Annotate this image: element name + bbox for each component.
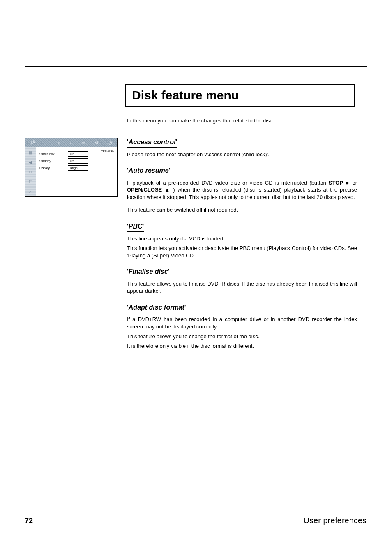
side-icon: ☐ <box>29 180 32 184</box>
auto-resume-p2: This feature can be switched off if not … <box>127 206 357 214</box>
top-icon: ○ <box>58 141 60 145</box>
screenshot-main: Features Status box On Standby Off Displ… <box>36 147 117 196</box>
menu-row-value: Off <box>68 158 88 164</box>
menu-screenshot: TÅ T ○ ♪ ▭ ⚙ ◔ ▦ ◀ □ ☐ ⌂ Features Status… <box>25 138 118 197</box>
top-icon: T <box>45 141 48 145</box>
side-icon: ⌂ <box>29 189 32 194</box>
adapt-p3: It is therefore only visible if the disc… <box>127 342 357 350</box>
access-body: Please read the next chapter on 'Access … <box>127 151 357 158</box>
menu-row-label: Standby <box>39 159 68 163</box>
screenshot-body: ▦ ◀ □ ☐ ⌂ Features Status box On Standby… <box>25 147 117 196</box>
top-icon: ♪ <box>69 141 71 145</box>
heading-text: PBC <box>129 223 143 230</box>
side-icon: □ <box>29 170 32 174</box>
features-label: Features <box>101 149 114 153</box>
side-icon: ▦ <box>29 150 32 155</box>
top-icon: ◔ <box>108 141 112 145</box>
screenshot-sidebar: ▦ ◀ □ ☐ ⌂ <box>25 147 36 196</box>
section-heading-finalise: 'Finalise disc' <box>127 267 170 277</box>
menu-row-label: Status box <box>39 152 68 156</box>
screenshot-topbar: TÅ T ○ ♪ ▭ ⚙ ◔ <box>25 138 117 147</box>
menu-row-value: On <box>68 151 88 157</box>
open-close-button-label: OPEN/CLOSE <box>127 187 162 193</box>
section-heading-access: 'Access control' <box>127 138 177 148</box>
text: If playback of a pre-recorded DVD video … <box>127 180 329 186</box>
section-heading-auto-resume: 'Auto resume' <box>127 166 170 176</box>
adapt-p1: If a DVD+RW has been recorded in a compu… <box>127 316 357 330</box>
menu-row: Display Bright <box>39 165 114 171</box>
finalise-p1: This feature allows you to finalise DVD+… <box>127 280 357 295</box>
intro-text: In this menu you can make the changes th… <box>127 118 274 124</box>
footer: 72 User preferences <box>25 516 367 525</box>
section-heading-pbc: 'PBC' <box>127 222 144 232</box>
heading-text: Adapt disc format <box>129 304 184 311</box>
footer-title: User preferences <box>304 516 367 525</box>
eject-icon: ▲ <box>164 187 171 193</box>
menu-row-label: Display <box>39 166 68 170</box>
section-heading-adapt: 'Adapt disc format' <box>127 303 186 313</box>
stop-icon: ■ <box>346 180 350 186</box>
adapt-p2: This feature allows you to change the fo… <box>127 333 357 340</box>
top-icon: TÅ <box>30 141 35 145</box>
heading-text: Access control <box>129 139 176 146</box>
pbc-p2: This function lets you activate or deact… <box>127 245 357 259</box>
stop-button-label: STOP <box>329 180 343 186</box>
menu-row-value: Bright <box>68 165 88 171</box>
title-box: Disk feature menu <box>125 84 355 107</box>
top-rule <box>25 66 367 67</box>
heading-text: Auto resume <box>129 167 169 174</box>
top-icon: ⚙ <box>95 141 99 145</box>
page-number: 72 <box>25 517 33 525</box>
pbc-p1: This line appears only if a VCD is loade… <box>127 235 357 243</box>
heading-text: Finalise disc <box>129 268 168 275</box>
content-column: 'Access control' Please read the next ch… <box>127 138 357 352</box>
side-icon: ◀ <box>29 160 32 164</box>
top-icon: ▭ <box>81 141 85 145</box>
auto-resume-p1: If playback of a pre-recorded DVD video … <box>127 179 357 201</box>
text: or <box>352 180 357 186</box>
menu-row: Standby Off <box>39 158 114 164</box>
